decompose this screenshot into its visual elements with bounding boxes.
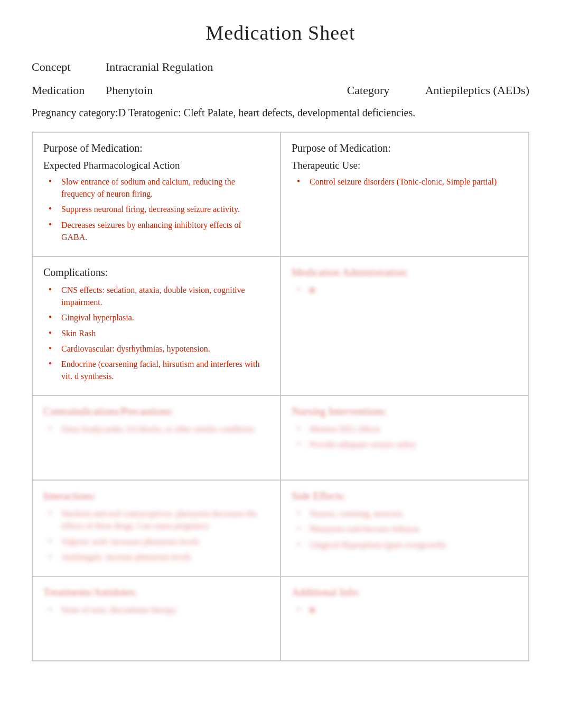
cell-treatments: Treatments/Antidotes: None of note; disc… <box>32 576 280 661</box>
cell5-bullets: Sinus bradycardia, SA blocks, or other s… <box>43 423 269 435</box>
medication-value: Phenytoin <box>106 84 153 97</box>
cell-therapeutic-use: Purpose of Medication: Therapeutic Use: … <box>280 132 529 256</box>
cell3-title: Complications: <box>43 266 269 279</box>
list-item: Gingival hyperplasia. <box>49 311 269 324</box>
cell-complications: Complications: CNS effects: sedation, at… <box>32 256 280 395</box>
concept-row: Concept Intracranial Regulation <box>32 60 529 74</box>
concept-value: Intracranial Regulation <box>106 60 213 74</box>
cell5-title: Contraindications/Precautions: <box>43 406 269 418</box>
cell4-bullets: ■ <box>292 284 518 296</box>
cell9-bullets: None of note; discontinue therapy <box>43 604 269 616</box>
category-value: Antiepileptics (AEDs) <box>425 84 529 97</box>
category-label: Category <box>347 84 421 97</box>
medication-label: Medication <box>32 84 106 97</box>
cell-side-effects: Side Effects: Nausea, vomiting, anorexia… <box>280 480 529 576</box>
cell-contraindications: Contraindications/Precautions: Sinus bra… <box>32 395 280 480</box>
concept-label: Concept <box>32 60 106 74</box>
list-item: Nausea, vomiting, anorexia <box>297 508 518 520</box>
list-item: Phenytoin rash/Stevens-Johnson <box>297 523 518 535</box>
list-item: Control seizure disorders (Tonic-clonic,… <box>297 176 518 188</box>
medication-grid: Purpose of Medication: Expected Pharmaco… <box>32 132 529 661</box>
cell-pharmacological-action: Purpose of Medication: Expected Pharmaco… <box>32 132 280 256</box>
list-item: Sinus bradycardia, SA blocks, or other s… <box>49 423 269 435</box>
cell7-bullets: Warfarin and oral contraceptives: phenyt… <box>43 508 269 563</box>
cell8-bullets: Nausea, vomiting, anorexia Phenytoin ras… <box>292 508 518 551</box>
cell-nursing-interventions: Nursing Interventions: Monitor EEG effec… <box>280 395 529 480</box>
cell7-title: Interactions: <box>43 490 269 502</box>
list-item: Gingival Hyperplasia (gum overgrowth) <box>297 539 518 551</box>
cell-medication-admin: Medication Administration: ■ <box>280 256 529 395</box>
cell-additional-info: Additional Info: ■ <box>280 576 529 661</box>
list-item: Provide adequate seizure safety <box>297 438 518 450</box>
cell6-bullets: Monitor EEG effects Provide adequate sei… <box>292 423 518 450</box>
list-item: ■ <box>297 604 518 616</box>
cell10-title: Additional Info: <box>292 586 518 598</box>
list-item: Skin Rash <box>49 327 269 339</box>
list-item: Endocrine (coarsening facial, hirsutism … <box>49 358 269 382</box>
pregnancy-info: Pregnancy category:D Teratogenic: Cleft … <box>32 107 529 119</box>
cell10-bullets: ■ <box>292 604 518 616</box>
cell-interactions: Interactions: Warfarin and oral contrace… <box>32 480 280 576</box>
list-item: Antifungals: increase phenytoin levels <box>49 551 269 563</box>
list-item: Slow entrance of sodium and calcium, red… <box>49 176 269 200</box>
list-item: CNS effects: sedation, ataxia, double vi… <box>49 284 269 308</box>
cell2-title: Purpose of Medication: <box>292 142 518 154</box>
cell2-subtitle: Therapeutic Use: <box>292 160 518 171</box>
cell1-title: Purpose of Medication: <box>43 142 269 154</box>
list-item: Cardiovascular: dysrhythmias, hypotensio… <box>49 343 269 355</box>
list-item: Monitor EEG effects <box>297 423 518 435</box>
list-item: Warfarin and oral contraceptives: phenyt… <box>49 508 269 532</box>
cell8-title: Side Effects: <box>292 490 518 502</box>
list-item: Decreases seizures by enhancing inhibito… <box>49 219 269 243</box>
cell9-title: Treatments/Antidotes: <box>43 586 269 598</box>
cell3-bullets: CNS effects: sedation, ataxia, double vi… <box>43 284 269 382</box>
cell1-bullets: Slow entrance of sodium and calcium, red… <box>43 176 269 243</box>
medication-row: Medication Phenytoin Category Antiepilep… <box>32 84 529 97</box>
cell6-title: Nursing Interventions: <box>292 406 518 418</box>
list-item: Valproic acid: increases phenytoin level… <box>49 536 269 548</box>
page-title: Medication Sheet <box>32 21 529 44</box>
cell1-subtitle: Expected Pharmacological Action <box>43 160 269 171</box>
list-item: Suppress neuronal firing, decreasing sei… <box>49 203 269 215</box>
cell4-title: Medication Administration: <box>292 266 518 279</box>
cell2-bullets: Control seizure disorders (Tonic-clonic,… <box>292 176 518 188</box>
list-item: ■ <box>297 284 518 296</box>
list-item: None of note; discontinue therapy <box>49 604 269 616</box>
